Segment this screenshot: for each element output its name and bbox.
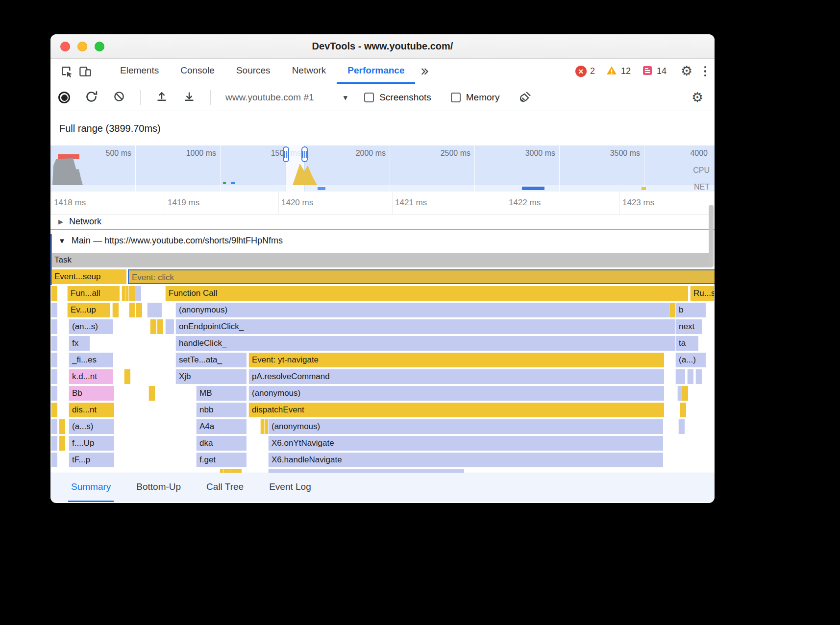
flame-bar[interactable] <box>678 419 685 434</box>
flame-bar[interactable] <box>695 369 702 384</box>
flame-bar[interactable] <box>148 386 155 401</box>
details-tab-summary[interactable]: Summary <box>68 473 114 502</box>
flame-bar-event-yt-navigate[interactable]: Event: yt-navigate <box>248 353 664 367</box>
flame-bar-xjb[interactable]: Xjb <box>175 369 247 384</box>
profile-history-select[interactable]: www.youtube.com #1 ▾ <box>225 92 347 103</box>
flame-bar-sette-ata[interactable]: setTe...ata_ <box>175 353 247 367</box>
flame-bar[interactable] <box>128 286 135 301</box>
garbage-collect-icon[interactable] <box>519 90 532 105</box>
flame-bar[interactable] <box>51 403 57 417</box>
flame-bar[interactable] <box>124 369 130 384</box>
flame-bar[interactable] <box>135 286 141 301</box>
more-tabs-icon[interactable] <box>415 62 434 81</box>
flame-bar-anonymous[interactable]: (anonymous) <box>248 386 664 401</box>
capture-settings-gear-icon[interactable]: ⚙ <box>688 88 707 107</box>
collapsed-triangle-icon[interactable]: ▶ <box>58 218 63 225</box>
details-tab-bottom-up[interactable]: Bottom-Up <box>133 473 184 502</box>
flame-bar[interactable] <box>59 419 65 434</box>
flame-bar-x6-onytnavigate[interactable]: X6.onYtNavigate <box>268 436 663 451</box>
flame-bar[interactable] <box>230 469 242 473</box>
screenshots-checkbox[interactable]: Screenshots <box>364 92 431 103</box>
close-button[interactable] <box>60 42 70 51</box>
flame-bar-ru-s[interactable]: Ru...s <box>690 286 714 301</box>
main-track-header[interactable]: ▼ Main — https://www.youtube.com/shorts/… <box>50 230 715 252</box>
zoom-button[interactable] <box>95 42 104 51</box>
flame-bar-fun-all[interactable]: Fun...all <box>67 286 120 301</box>
flame-bar-a4a[interactable]: A4a <box>196 419 247 434</box>
flame-bar-event-click[interactable]: Event: click <box>128 269 715 284</box>
flame-bar[interactable] <box>112 303 119 317</box>
flame-bar[interactable] <box>682 386 688 401</box>
flame-bar[interactable] <box>150 319 156 334</box>
flame-bar[interactable] <box>129 303 135 317</box>
flame-bar-dispatchevent[interactable]: dispatchEvent <box>248 403 664 417</box>
error-badge[interactable]: ✕ 2 <box>575 66 595 77</box>
flame-bar-ta[interactable]: ta <box>675 336 698 351</box>
flame-bar[interactable] <box>51 353 57 367</box>
device-toolbar-icon[interactable] <box>76 62 95 81</box>
flame-bar-f-get[interactable]: f.get <box>196 453 247 467</box>
timeline-overview[interactable]: 500 ms1000 ms1500 ms2000 ms2500 ms3000 m… <box>50 145 715 192</box>
flame-bar-a-s[interactable]: (a...s) <box>69 419 114 434</box>
flame-bar-mb[interactable]: MB <box>196 386 247 401</box>
tab-sources[interactable]: Sources <box>225 59 281 84</box>
flame-bar-fx[interactable]: fx <box>69 336 90 351</box>
flame-bar-pa-resolvecommand[interactable]: pA.resolveCommand <box>248 369 664 384</box>
reload-and-record-icon[interactable] <box>85 90 98 105</box>
vertical-scrollbar[interactable] <box>709 205 714 267</box>
warning-badge[interactable]: 12 <box>606 65 631 78</box>
flame-bar[interactable] <box>136 303 142 317</box>
flame-bar-anonymous[interactable]: (anonymous) <box>268 419 663 434</box>
flame-bar-bb[interactable]: Bb <box>69 386 114 401</box>
flame-bar-task[interactable]: Task <box>51 253 710 267</box>
flame-bar-next[interactable]: next <box>675 319 702 334</box>
details-tab-event-log[interactable]: Event Log <box>266 473 314 502</box>
flame-bar-anonymous[interactable]: (anonymous) <box>175 303 688 317</box>
clear-icon[interactable] <box>113 90 125 105</box>
flame-bar[interactable] <box>51 386 57 401</box>
flame-bar[interactable] <box>51 369 57 384</box>
flame-bar-handleclick[interactable]: handleClick_ <box>175 336 688 351</box>
flame-bar[interactable] <box>268 469 464 473</box>
flame-bar[interactable] <box>51 303 57 317</box>
flame-bar[interactable] <box>51 319 57 334</box>
flame-bar-dka[interactable]: dka <box>196 436 247 451</box>
flame-bar-k-d-nt[interactable]: k.d...nt <box>69 369 113 384</box>
selection-left-handle[interactable] <box>283 146 289 162</box>
tab-performance[interactable]: Performance <box>337 59 415 84</box>
flame-bar-b[interactable]: b <box>675 303 706 317</box>
flame-bar-tf-p[interactable]: tF...p <box>69 453 114 467</box>
flame-bar[interactable] <box>51 453 57 467</box>
minimize-button[interactable] <box>77 42 87 51</box>
tab-console[interactable]: Console <box>170 59 225 84</box>
flame-bar[interactable] <box>680 403 686 417</box>
load-profile-icon[interactable] <box>155 90 168 105</box>
flame-bar[interactable] <box>687 369 693 384</box>
record-button[interactable] <box>58 92 70 103</box>
memory-checkbox[interactable]: Memory <box>451 92 500 103</box>
network-track-header[interactable]: ▶ Network <box>50 215 715 230</box>
kebab-menu-icon[interactable] <box>696 62 715 81</box>
flame-bar[interactable] <box>51 436 57 451</box>
flame-bar[interactable] <box>51 286 57 301</box>
flame-chart[interactable]: TaskEvent...seupEvent: clickFun...allFun… <box>50 252 715 473</box>
flame-bar[interactable] <box>675 369 685 384</box>
selection-right-handle[interactable] <box>301 146 308 162</box>
flame-bar-ev-up[interactable]: Ev...up <box>67 303 110 317</box>
flame-bar-fi-es[interactable]: _fi...es <box>69 353 113 367</box>
flame-bar-onendpointclick[interactable]: onEndpointClick_ <box>175 319 688 334</box>
flame-bar[interactable] <box>59 436 65 451</box>
titlebar[interactable]: DevTools - www.youtube.com/ <box>50 34 715 59</box>
settings-gear-icon[interactable]: ⚙ <box>677 62 696 81</box>
flame-bar-function-call[interactable]: Function Call <box>165 286 688 301</box>
flame-bar[interactable] <box>669 303 675 317</box>
flame-bar[interactable] <box>165 319 174 334</box>
flame-bar[interactable] <box>147 303 162 317</box>
expanded-triangle-icon[interactable]: ▼ <box>58 237 66 245</box>
flame-bar-event-seup[interactable]: Event...seup <box>51 269 126 284</box>
inspect-element-icon[interactable] <box>57 62 76 81</box>
flame-bar-a[interactable]: (a...) <box>675 353 706 367</box>
details-tab-call-tree[interactable]: Call Tree <box>203 473 247 502</box>
flame-bar-an-s[interactable]: (an...s) <box>69 319 113 334</box>
flame-bar[interactable] <box>51 336 57 351</box>
